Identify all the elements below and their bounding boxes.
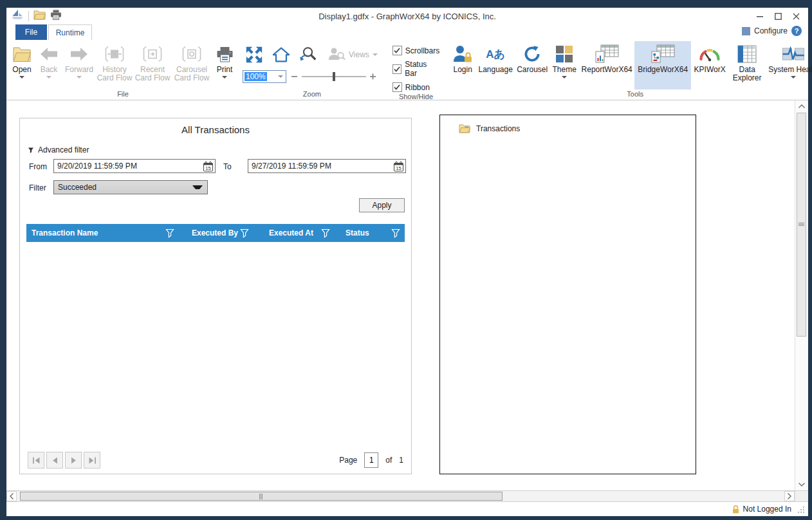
from-date-input[interactable]: 9/20/2019 11:59:59 PM 15	[53, 159, 216, 173]
open-folder-icon	[459, 124, 470, 133]
data-explorer-icon	[737, 42, 757, 66]
scrollbar-grip	[798, 223, 804, 227]
column-executed-at[interactable]: Executed At	[261, 224, 340, 242]
previous-page-button[interactable]	[46, 452, 63, 469]
ribbon-group-zoom: Views 100%	[239, 40, 385, 100]
views-button[interactable]: Views	[324, 46, 382, 64]
views-icon	[328, 46, 346, 64]
dropdown-arrow-icon	[222, 76, 227, 79]
configure-button[interactable]: Configure	[754, 26, 788, 35]
zoom-level-combobox[interactable]: 100%	[243, 70, 286, 83]
pagination: Page of 1	[28, 452, 403, 469]
resize-grip[interactable]	[798, 506, 805, 514]
checkbox-ribbon[interactable]: Ribbon	[392, 82, 439, 92]
column-filter-icon[interactable]	[320, 228, 331, 238]
last-page-button[interactable]	[84, 452, 100, 469]
title-bar: Display1.gdfx - GraphWorX64 by ICONICS, …	[6, 8, 808, 24]
history-card-flow-button[interactable]: History Card Flow	[96, 41, 133, 89]
bridgeworx64-icon	[651, 42, 675, 66]
calendar-button[interactable]: 15	[393, 161, 404, 172]
zoom-slider-thumb[interactable]	[333, 72, 335, 81]
column-transaction-name[interactable]: Transaction Name	[26, 224, 184, 242]
help-button[interactable]: ?	[791, 26, 802, 36]
group-label-file: File	[6, 89, 239, 100]
ribbon-tab-row: File Runtime Configure ?	[6, 24, 808, 40]
quick-open-button[interactable]	[33, 10, 46, 23]
scroll-up-button[interactable]	[796, 100, 807, 112]
combo-arrow-icon	[278, 75, 283, 78]
column-filter-icon[interactable]	[391, 228, 401, 238]
window-controls	[755, 12, 808, 21]
login-button[interactable]: Login	[449, 41, 476, 89]
tab-runtime[interactable]: Runtime	[48, 24, 92, 40]
close-button[interactable]	[791, 12, 800, 21]
zoom-out-icon[interactable]	[291, 73, 298, 80]
zoom-previous-button[interactable]	[297, 43, 320, 66]
tree-item-transactions[interactable]: Transactions	[459, 124, 696, 133]
back-button[interactable]: Back	[35, 41, 62, 89]
recent-card-flow-button[interactable]: Recent Card Flow	[133, 41, 172, 89]
theme-icon	[556, 42, 573, 66]
dropdown-arrow-icon	[77, 76, 82, 79]
scroll-down-button[interactable]	[796, 479, 807, 490]
open-button[interactable]: Open	[8, 41, 35, 89]
forward-button[interactable]: Forward	[62, 41, 96, 89]
horizontal-scrollbar[interactable]	[6, 490, 808, 501]
advanced-filter-toggle[interactable]: Advanced filter	[28, 145, 89, 154]
of-label: of	[385, 456, 392, 465]
apply-button[interactable]: Apply	[359, 198, 405, 212]
window-title: Display1.gdfx - GraphWorX64 by ICONICS, …	[6, 12, 808, 21]
ribbon-group-show-hide: Scrollbars Status Bar Ribbon Show/Hide	[385, 40, 447, 100]
column-status[interactable]: Status	[340, 224, 405, 242]
first-page-button[interactable]	[28, 452, 44, 469]
column-filter-icon[interactable]	[165, 228, 175, 238]
vertical-scrollbar-thumb[interactable]	[797, 113, 806, 337]
column-filter-icon[interactable]	[239, 228, 250, 238]
zoom-fit-button[interactable]	[243, 43, 266, 66]
system-health-button[interactable]: System Health	[766, 41, 812, 89]
checked-checkbox-icon	[392, 82, 402, 92]
dropdown-arrow-icon	[19, 76, 24, 79]
carousel-card-flow-button[interactable]: Carousel Card Flow	[172, 41, 212, 89]
reportworx64-button[interactable]: ReportWorX64	[579, 41, 634, 89]
quick-print-button[interactable]	[50, 10, 62, 23]
home-button[interactable]	[270, 43, 293, 66]
minimize-button[interactable]	[755, 12, 764, 21]
bridgeworx64-button[interactable]: BridgeWorX64	[634, 41, 691, 89]
kpiworx-gauge-icon	[699, 42, 721, 66]
kpiworx-button[interactable]: KPIWorX	[691, 41, 728, 89]
checkbox-status-bar[interactable]: Status Bar	[392, 60, 439, 78]
app-logo-icon	[11, 9, 24, 23]
carousel-button[interactable]: Carousel	[515, 41, 549, 89]
data-explorer-button[interactable]: Data Explorer	[728, 41, 766, 89]
system-health-icon	[782, 42, 805, 66]
zoom-in-icon[interactable]	[370, 73, 376, 80]
horizontal-scrollbar-thumb[interactable]	[20, 492, 503, 501]
maximize-button[interactable]	[773, 12, 782, 21]
group-label-zoom: Zoom	[239, 89, 385, 100]
horizontal-scrollbar-track[interactable]	[17, 491, 784, 501]
svg-text:15: 15	[205, 165, 210, 171]
recent-card-flow-icon	[141, 42, 164, 66]
ribbon-group-file: Open Back Forward	[6, 40, 239, 100]
vertical-scrollbar[interactable]	[795, 100, 808, 490]
page-number-input[interactable]	[364, 452, 378, 468]
scroll-right-button[interactable]	[784, 491, 795, 501]
checkbox-scrollbars[interactable]: Scrollbars	[392, 46, 439, 55]
print-button[interactable]: Print	[212, 41, 237, 89]
zoom-slider[interactable]	[291, 73, 376, 80]
scroll-left-button[interactable]	[6, 491, 17, 501]
zoom-slider-track[interactable]	[302, 76, 366, 77]
filter-dropdown[interactable]: Succeeded	[53, 180, 208, 194]
help-icon: ?	[795, 27, 799, 35]
language-button[interactable]: Aあ Language	[476, 41, 515, 89]
calendar-button[interactable]: 15	[203, 161, 214, 172]
transactions-panel: All Transactions Advanced filter From 9/…	[19, 118, 412, 474]
window-frame: Display1.gdfx - GraphWorX64 by ICONICS, …	[0, 0, 812, 520]
to-date-input[interactable]: 9/27/2019 11:59:59 PM 15	[248, 159, 406, 173]
tab-file[interactable]: File	[15, 24, 47, 40]
forward-arrow-icon	[69, 42, 89, 66]
column-executed-by[interactable]: Executed By	[184, 224, 261, 242]
theme-button[interactable]: Theme	[549, 41, 579, 89]
next-page-button[interactable]	[65, 452, 82, 469]
